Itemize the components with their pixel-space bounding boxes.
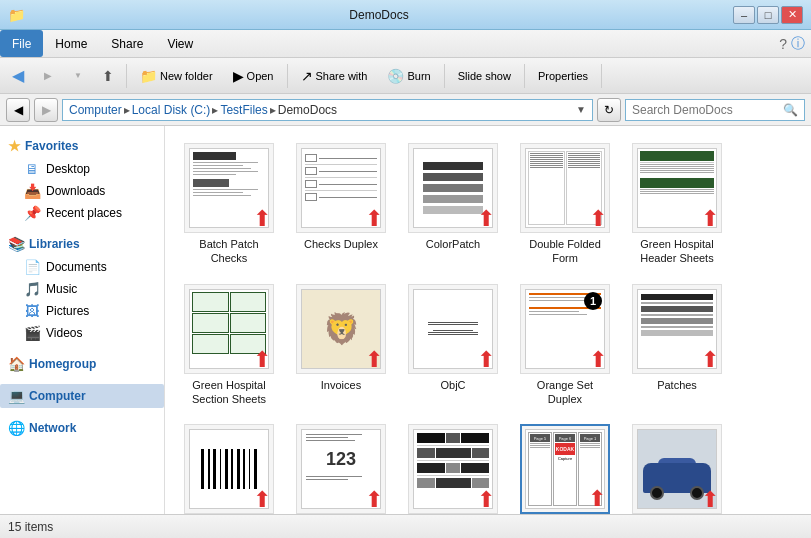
file-thumb-patches: ⬆: [632, 284, 722, 374]
file-thumb-triple-folded: Page 5 Page 6 KODAK Capture Page 1: [520, 424, 610, 514]
sidebar-item-pictures[interactable]: 🖼 Pictures: [0, 300, 164, 322]
maximize-button[interactable]: □: [757, 6, 779, 24]
sidebar-item-downloads[interactable]: 📥 Downloads: [0, 180, 164, 202]
file-item-hospital-section[interactable]: ⬆ Green HospitalSection Sheets: [175, 277, 283, 414]
pdf-icon-arrow-5: ⬆: [701, 206, 719, 231]
file-item-objc[interactable]: ⬆ ObjC: [399, 277, 507, 414]
toolbar-open[interactable]: ▶ Open: [224, 62, 283, 90]
sidebar-homegroup-section: 🏠 Homegroup: [0, 352, 164, 376]
file-item-patches[interactable]: ⬆ Patches: [623, 277, 731, 414]
search-icon: 🔍: [783, 103, 798, 117]
toolbar-burn[interactable]: 💿 Burn: [378, 62, 439, 90]
file-item-batch-patch-checks[interactable]: ⬆ Batch PatchChecks: [175, 136, 283, 273]
window-title: DemoDocs: [25, 8, 733, 22]
help-question-icon[interactable]: ?: [779, 36, 787, 52]
file-name-hospital-header: Green HospitalHeader Sheets: [640, 237, 713, 266]
toolbar-properties[interactable]: Properties: [529, 62, 597, 90]
file-item-result[interactable]: 123 ⬆ Result: [287, 417, 395, 514]
sidebar-item-music[interactable]: 🎵 Music: [0, 278, 164, 300]
file-thumb-hospital-section: ⬆: [184, 284, 274, 374]
sidebar-favorites-section: ★ Favorites 🖥 Desktop 📥 Downloads 📌 Rece…: [0, 134, 164, 224]
file-name-checks-duplex: Checks Duplex: [304, 237, 378, 251]
menu-share[interactable]: Share: [99, 30, 155, 57]
minimize-button[interactable]: –: [733, 6, 755, 24]
search-input[interactable]: [632, 103, 783, 117]
window-controls: – □ ✕: [733, 6, 803, 24]
back-button[interactable]: ◀: [4, 62, 32, 90]
pdf-icon-arrow-7: ⬆: [365, 347, 383, 372]
file-thumb-tyre: ⬆: [632, 424, 722, 514]
sidebar-computer-section: 💻 Computer: [0, 384, 164, 408]
sidebar-favorites-header[interactable]: ★ Favorites: [0, 134, 164, 158]
file-item-tyre[interactable]: ⬆ tyre_collection_M: [623, 417, 731, 514]
pdf-icon-arrow-10: ⬆: [701, 347, 719, 372]
demo-docs-path[interactable]: DemoDocs: [278, 103, 337, 117]
sidebar-homegroup-header[interactable]: 🏠 Homegroup: [0, 352, 164, 376]
forward-button[interactable]: ▶: [34, 62, 62, 90]
items-count: 15 items: [8, 520, 53, 534]
open-icon: ▶: [233, 68, 244, 84]
file-item-colorpatch[interactable]: ⬆ ColorPatch: [399, 136, 507, 273]
file-item-invoices[interactable]: 🦁 ⬆ Invoices: [287, 277, 395, 414]
toolbar-separator-3: [444, 64, 445, 88]
refresh-button[interactable]: ↻: [597, 98, 621, 122]
back-nav-button[interactable]: ◀: [6, 98, 30, 122]
toolbar: ◀ ▶ ▼ ⬆ 📁 New folder ▶ Open ↗ Share with…: [0, 58, 811, 94]
number-badge: 1: [584, 292, 602, 310]
search-box[interactable]: 🔍: [625, 99, 805, 121]
pdf-icon-arrow-15: ⬆: [701, 487, 719, 512]
file-name-hospital-section: Green HospitalSection Sheets: [192, 378, 266, 407]
title-bar: 📁 DemoDocs – □ ✕: [0, 0, 811, 30]
pdf-icon-arrow-8: ⬆: [477, 347, 495, 372]
forward-dropdown[interactable]: ▼: [64, 62, 92, 90]
sidebar-item-documents[interactable]: 📄 Documents: [0, 256, 164, 278]
burn-icon: 💿: [387, 68, 404, 84]
sidebar-network-header[interactable]: 🌐 Network: [0, 416, 164, 440]
file-item-transport[interactable]: ⬆ Transport: [399, 417, 507, 514]
file-grid: ⬆ Batch PatchChecks: [175, 136, 801, 514]
file-thumb-double-folded: ⬆: [520, 143, 610, 233]
file-name-patches: Patches: [657, 378, 697, 392]
share-icon: ↗: [301, 68, 313, 84]
toolbar-share[interactable]: ↗ Share with: [292, 62, 377, 90]
library-icon: 📚: [8, 236, 25, 252]
forward-nav-button[interactable]: ▶: [34, 98, 58, 122]
file-name-invoices: Invoices: [321, 378, 361, 392]
local-disk-path[interactable]: Local Disk (C:): [132, 103, 211, 117]
documents-icon: 📄: [24, 259, 40, 275]
file-thumb-hospital-header: ⬆: [632, 143, 722, 233]
toolbar-separator: [126, 64, 127, 88]
menu-file[interactable]: File: [0, 30, 43, 57]
file-name-colorpatch: ColorPatch: [426, 237, 480, 251]
sidebar-computer-header[interactable]: 💻 Computer: [0, 384, 164, 408]
computer-path[interactable]: Computer: [69, 103, 122, 117]
sidebar-item-videos[interactable]: 🎬 Videos: [0, 322, 164, 344]
close-button[interactable]: ✕: [781, 6, 803, 24]
file-item-orange-set[interactable]: 1 ⬆ Orange SetDuplex: [511, 277, 619, 414]
file-item-pdf417[interactable]: ⬆ pdf417: [175, 417, 283, 514]
file-item-hospital-header[interactable]: ⬆ Green HospitalHeader Sheets: [623, 136, 731, 273]
file-thumb-orange-set: 1 ⬆: [520, 284, 610, 374]
info-icon[interactable]: ⓘ: [791, 35, 805, 53]
toolbar-slideshow[interactable]: Slide show: [449, 62, 520, 90]
file-item-checks-duplex[interactable]: ⬆ Checks Duplex: [287, 136, 395, 273]
file-item-triple-folded[interactable]: Page 5 Page 6 KODAK Capture Page 1: [511, 417, 619, 514]
menu-home[interactable]: Home: [43, 30, 99, 57]
sidebar-network-section: 🌐 Network: [0, 416, 164, 440]
sidebar-libraries-header[interactable]: 📚 Libraries: [0, 232, 164, 256]
path-dropdown-icon[interactable]: ▼: [576, 104, 586, 115]
up-button[interactable]: ⬆: [94, 62, 122, 90]
sidebar-item-desktop[interactable]: 🖥 Desktop: [0, 158, 164, 180]
star-icon: ★: [8, 138, 21, 154]
test-files-path[interactable]: TestFiles: [220, 103, 267, 117]
toolbar-new-folder[interactable]: 📁 New folder: [131, 62, 222, 90]
file-item-double-folded[interactable]: ⬆ Double FoldedForm: [511, 136, 619, 273]
homegroup-icon: 🏠: [8, 356, 25, 372]
sidebar-item-recent[interactable]: 📌 Recent places: [0, 202, 164, 224]
address-path[interactable]: Computer ▸ Local Disk (C:) ▸ TestFiles ▸…: [62, 99, 593, 121]
status-bar: 15 items: [0, 514, 811, 538]
menu-view[interactable]: View: [155, 30, 205, 57]
pdf-icon-arrow-11: ⬆: [253, 487, 271, 512]
pdf-icon-arrow-4: ⬆: [589, 206, 607, 231]
file-thumb-colorpatch: ⬆: [408, 143, 498, 233]
